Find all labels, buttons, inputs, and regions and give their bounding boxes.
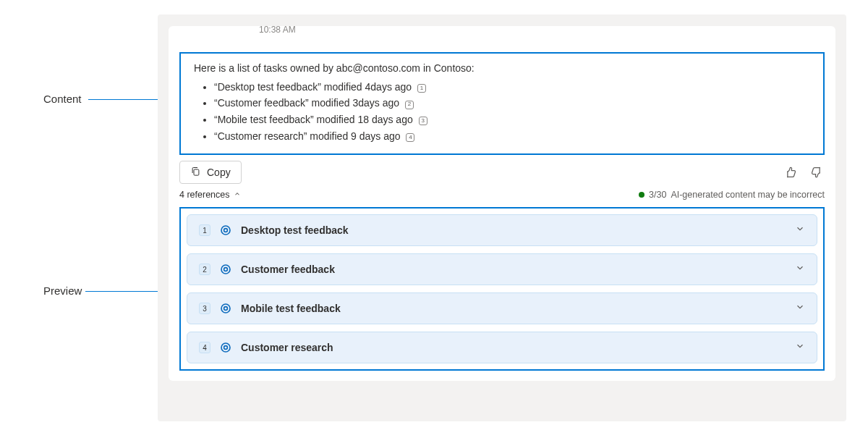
content-item: “Desktop test feedback” modified 4days a… — [214, 80, 810, 96]
content-item: “Customer feedback” modified 3days ago 2 — [214, 96, 810, 111]
status-row: 3/30 AI-generated content may be incorre… — [639, 190, 825, 200]
content-item-text: “Desktop test feedback” modified 4days a… — [214, 81, 412, 93]
status-counter: 3/30 — [649, 190, 666, 200]
svg-rect-0 — [194, 169, 199, 175]
content-list: “Desktop test feedback” modified 4days a… — [194, 80, 810, 145]
content-item-text: “Customer research” modified 9 days ago — [214, 130, 401, 142]
svg-point-6 — [224, 307, 228, 311]
chevron-down-icon — [795, 302, 805, 315]
citation-badge[interactable]: 2 — [405, 101, 414, 109]
annotation-preview-label: Preview — [43, 285, 82, 297]
references-header-row: 4 references 3/30 AI-generated content m… — [179, 190, 825, 200]
thumbs-down-icon[interactable] — [809, 164, 825, 180]
svg-point-3 — [221, 265, 230, 274]
svg-point-2 — [224, 229, 228, 232]
content-section: Here is a list of tasks owned by abc@con… — [179, 52, 825, 155]
loop-icon — [219, 302, 232, 315]
loop-icon — [219, 224, 232, 237]
svg-point-5 — [221, 304, 230, 313]
content-item-text: “Mobile test feedback” modified 18 days … — [214, 114, 413, 125]
status-disclaimer: AI-generated content may be incorrect — [671, 190, 825, 200]
reference-item[interactable]: 3 Mobile test feedback — [187, 292, 817, 324]
annotation-content-label: Content — [43, 93, 82, 105]
loop-icon — [219, 341, 232, 354]
annotation-preview-line — [85, 291, 169, 292]
feedback-group — [783, 164, 825, 180]
references-toggle[interactable]: 4 references — [179, 190, 241, 200]
page-background: 10:38 AM Here is a list of tasks owned b… — [158, 14, 846, 421]
content-item: “Mobile test feedback” modified 18 days … — [214, 112, 810, 128]
copy-button[interactable]: Copy — [179, 161, 242, 184]
reference-title: Customer research — [241, 342, 333, 353]
reference-item[interactable]: 4 Customer research — [187, 332, 817, 363]
copy-label: Copy — [207, 167, 231, 178]
content-item-text: “Customer feedback” modified 3days ago — [214, 97, 399, 109]
svg-point-4 — [224, 268, 228, 271]
chevron-down-icon — [795, 341, 805, 354]
reference-title: Desktop test feedback — [241, 224, 349, 236]
chevron-up-icon — [234, 190, 241, 199]
message-timestamp: 10:38 AM — [259, 25, 296, 35]
reference-number-badge: 4 — [199, 342, 210, 353]
status-dot-icon — [639, 192, 644, 198]
reference-number-badge: 3 — [199, 303, 210, 314]
svg-point-7 — [221, 343, 230, 352]
reference-number-badge: 2 — [199, 264, 210, 275]
citation-badge[interactable]: 4 — [406, 133, 414, 142]
svg-point-8 — [224, 346, 228, 350]
loop-icon — [219, 263, 232, 276]
thumbs-up-icon[interactable] — [783, 164, 799, 180]
copy-icon — [190, 166, 201, 179]
reference-item[interactable]: 2 Customer feedback — [187, 253, 817, 285]
reference-title: Mobile test feedback — [241, 303, 341, 314]
content-intro: Here is a list of tasks owned by abc@con… — [194, 61, 810, 77]
svg-point-1 — [221, 226, 230, 235]
references-toggle-label: 4 references — [179, 190, 229, 200]
reference-number-badge: 1 — [199, 224, 210, 236]
chevron-down-icon — [795, 224, 805, 237]
references-preview-section: 1 Desktop test feedback 2 — [179, 207, 825, 371]
chevron-down-icon — [795, 263, 805, 276]
citation-badge[interactable]: 3 — [419, 117, 427, 125]
actions-row: Copy — [179, 161, 825, 184]
reference-title: Customer feedback — [241, 264, 335, 275]
content-item: “Customer research” modified 9 days ago … — [214, 129, 810, 145]
reference-item[interactable]: 1 Desktop test feedback — [187, 214, 817, 246]
message-card: 10:38 AM Here is a list of tasks owned b… — [169, 26, 835, 381]
citation-badge[interactable]: 1 — [417, 84, 426, 93]
